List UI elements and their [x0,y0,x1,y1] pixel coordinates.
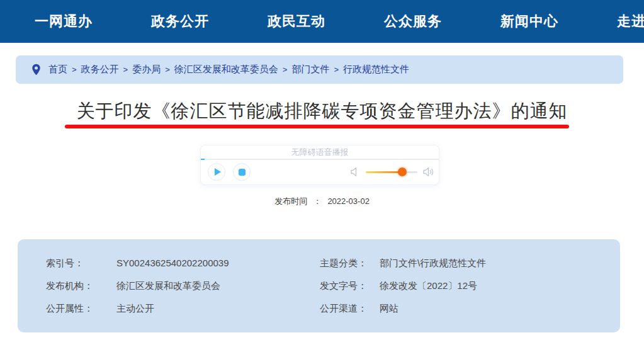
audio-controls [201,160,439,184]
nav-item-public-service[interactable]: 公众服务 [384,12,442,31]
page-title: 关于印发《徐汇区节能减排降碳专项资金管理办法》的通知 [0,99,644,124]
top-navigation: 一网通办 政务公开 政民互动 公众服务 新闻中心 走进徐汇 [0,0,644,43]
breadcrumb-department-documents[interactable]: 部门文件 [291,64,329,76]
metadata-row: 发布机构： 徐汇区发展和改革委员会 发文字号： 徐发改发〔2022〕12号 [18,275,620,298]
index-number-value: SY0024362540202200039 [116,258,229,268]
publish-date-value: 2022-03-02 [327,196,370,206]
volume-slider-handle[interactable] [398,167,407,176]
nav-item-online-services[interactable]: 一网通办 [35,12,93,31]
page: 一网通办 政务公开 政民互动 公众服务 新闻中心 走进徐汇 首页 > 政务公开 … [0,0,644,340]
issuing-agency-value: 徐汇区发展和改革委员会 [116,280,220,292]
stop-button[interactable] [233,163,251,181]
issuing-agency-label: 发布机构： [46,280,93,292]
breadcrumb-separator: > [283,65,288,74]
document-number-label: 发文字号： [320,280,367,292]
topic-category-label: 主题分类： [320,258,367,269]
disclosure-channel-label: 公开渠道： [320,303,367,315]
disclosure-channel-value: 网站 [380,303,398,315]
publish-date-colon: ： [314,196,322,206]
document-number-value: 徐发改发〔2022〕12号 [380,280,477,292]
metadata-row: 公开属性： 主动公开 公开渠道： 网站 [18,298,620,320]
breadcrumb-separator: > [334,65,339,74]
metadata-row: 索引号： SY0024362540202200039 主题分类： 部门文件\行政… [18,252,620,275]
breadcrumb-development-reform-commission[interactable]: 徐汇区发展和改革委员会 [174,64,278,76]
nav-item-about-xuhui[interactable]: 走进徐汇 [617,12,644,31]
nav-item-government-affairs[interactable]: 政务公开 [151,12,209,31]
publish-date-label: 发布时间 [274,196,307,206]
breadcrumb-home[interactable]: 首页 [48,64,67,76]
breadcrumb-bureaus[interactable]: 委办局 [132,64,161,76]
volume-low-icon [351,167,359,179]
stop-icon [239,169,246,176]
audio-player-title: 无障碍语音播报 [201,145,439,159]
volume-slider[interactable] [366,171,417,173]
breadcrumb-gov-affairs[interactable]: 政务公开 [81,64,119,76]
play-button[interactable] [208,163,225,181]
breadcrumb-regulatory-documents[interactable]: 行政规范性文件 [343,64,409,76]
index-number-label: 索引号： [46,258,84,269]
nav-item-public-interaction[interactable]: 政民互动 [268,12,325,31]
breadcrumb-separator: > [123,65,128,74]
disclosure-attribute-label: 公开属性： [46,303,93,315]
title-underline [65,125,569,128]
topic-category-value: 部门文件\行政规范性文件 [380,258,486,269]
audio-player: 无障碍语音播报 [200,145,439,185]
volume-high-icon [423,167,434,179]
document-metadata-panel: 索引号： SY0024362540202200039 主题分类： 部门文件\行政… [18,239,620,332]
publish-date-row: 发布时间 ： 2022-03-02 [0,196,644,207]
nav-item-news-center[interactable]: 新闻中心 [500,12,558,31]
location-pin-icon [31,64,41,76]
volume-slider-fill [366,171,402,173]
play-icon [215,168,221,176]
breadcrumb: 首页 > 政务公开 > 委办局 > 徐汇区发展和改革委员会 > 部门文件 > 行… [16,55,623,84]
breadcrumb-separator: > [72,65,77,74]
breadcrumb-separator: > [165,65,170,74]
disclosure-attribute-value: 主动公开 [116,303,154,315]
